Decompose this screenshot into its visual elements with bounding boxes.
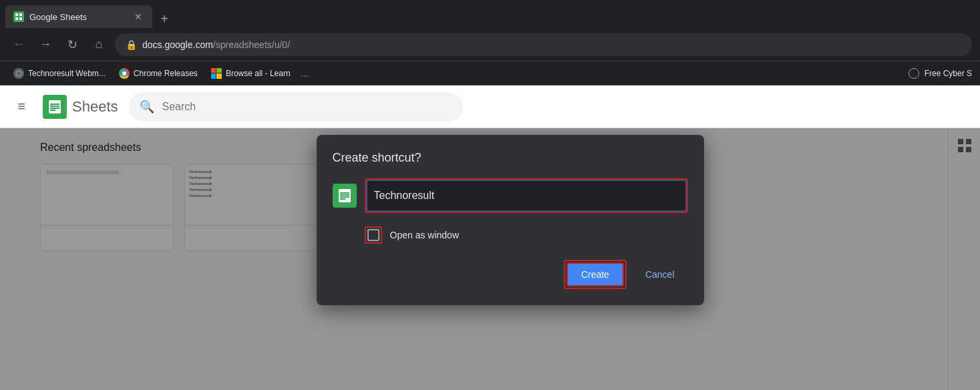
svg-rect-8 <box>50 108 59 109</box>
tab-title: Google Sheets <box>29 12 127 22</box>
checkbox-outline <box>365 226 382 244</box>
hamburger-button[interactable]: ≡ <box>11 96 32 118</box>
tab-close-button[interactable]: ✕ <box>132 11 144 23</box>
tab-favicon <box>13 11 24 22</box>
back-button[interactable]: ← <box>8 34 29 55</box>
forward-button[interactable]: → <box>35 34 56 55</box>
sheets-logo-icon <box>43 95 67 119</box>
address-bar[interactable]: 🔒 docs.google.com/spreadsheets/u/0/ <box>115 33 972 56</box>
address-domain: docs.google.com <box>142 39 213 50</box>
create-button-outline: Create <box>564 260 627 289</box>
name-input-outline <box>365 178 688 213</box>
bookmarks-bar: Technoresult Webm... Chrome Releases Bro… <box>0 61 980 85</box>
modal-actions: Create Cancel <box>333 260 688 289</box>
svg-rect-1 <box>19 13 22 16</box>
content-area: Recent spreadsheets TechnoresultTechnore… <box>0 128 980 390</box>
svg-rect-15 <box>340 192 349 194</box>
bookmark-chrome[interactable]: Chrome Releases <box>114 65 203 81</box>
bookmark-technoresult[interactable]: Technoresult Webm... <box>8 65 111 81</box>
bookmarks-right-area: Free Cyber S <box>909 68 972 79</box>
open-as-window-label: Open as window <box>390 230 460 240</box>
active-tab[interactable]: Google Sheets ✕ <box>5 5 152 28</box>
hamburger-icon: ≡ <box>17 99 25 114</box>
bookmark-label-chrome: Chrome Releases <box>134 69 198 78</box>
open-as-window-checkbox[interactable] <box>367 229 379 241</box>
refresh-button[interactable]: ↻ <box>61 34 83 55</box>
cancel-button[interactable]: Cancel <box>632 260 688 289</box>
sheets-logo-text: Sheets <box>72 98 118 116</box>
modal-app-icon <box>333 184 357 208</box>
search-bar[interactable]: 🔍 <box>129 92 463 122</box>
svg-rect-9 <box>50 110 55 111</box>
svg-rect-3 <box>19 17 22 20</box>
modal-body <box>333 178 688 213</box>
bookmarks-more[interactable]: ... <box>301 68 309 79</box>
lock-icon: 🔒 <box>126 39 137 50</box>
search-input[interactable] <box>162 101 452 113</box>
bookmark-label-msft: Browse all - Learn <box>226 69 291 78</box>
bookmark-favicon-chrome <box>119 68 130 79</box>
search-icon: 🔍 <box>140 100 154 114</box>
sheets-logo: Sheets <box>43 95 118 119</box>
modal-checkbox-row: Open as window <box>365 226 688 244</box>
svg-point-4 <box>16 71 21 76</box>
home-button[interactable]: ⌂ <box>88 34 110 55</box>
svg-rect-17 <box>340 196 349 198</box>
svg-rect-2 <box>15 17 18 20</box>
modal-title: Create shortcut? <box>333 151 688 165</box>
tab-area: Google Sheets ✕ + <box>5 0 975 28</box>
svg-rect-0 <box>15 13 18 16</box>
free-cyber-label: Free Cyber S <box>925 69 972 78</box>
svg-rect-16 <box>340 194 349 196</box>
bookmark-msft[interactable]: Browse all - Learn <box>206 65 296 81</box>
nav-bar: ← → ↻ ⌂ 🔒 docs.google.com/spreadsheets/u… <box>0 28 980 61</box>
new-tab-button[interactable]: + <box>155 9 174 28</box>
theme-icon <box>909 68 919 79</box>
svg-rect-6 <box>50 104 59 105</box>
bookmark-favicon-msft <box>211 68 222 79</box>
shortcut-name-input[interactable] <box>367 181 685 210</box>
create-shortcut-modal: Create shortcut? <box>317 135 704 305</box>
address-path: /spreadsheets/u/0/ <box>213 39 290 50</box>
bookmark-favicon-webm <box>13 68 24 79</box>
sheets-header: ≡ Sheets 🔍 <box>0 85 980 128</box>
svg-rect-7 <box>50 106 59 107</box>
main-content: ≡ Sheets 🔍 Recent spreadsheets <box>0 85 980 390</box>
create-button[interactable]: Create <box>566 262 624 286</box>
modal-overlay: Create shortcut? <box>0 128 980 390</box>
title-bar: Google Sheets ✕ + <box>0 0 980 28</box>
bookmark-label-technoresult: Technoresult Webm... <box>28 69 106 78</box>
address-text: docs.google.com/spreadsheets/u/0/ <box>142 39 290 50</box>
svg-rect-18 <box>340 198 345 200</box>
